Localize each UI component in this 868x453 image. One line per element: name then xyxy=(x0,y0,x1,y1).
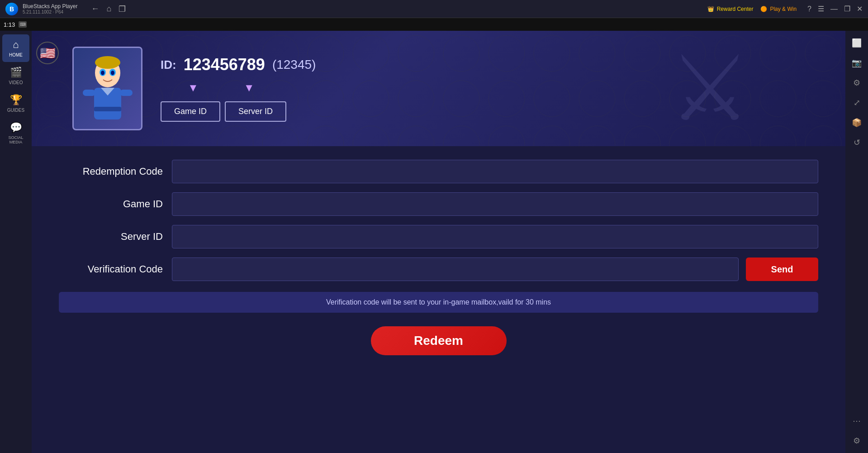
redeem-button[interactable]: Redeem xyxy=(371,326,507,355)
close-button[interactable]: ✕ xyxy=(857,5,863,13)
server-number: (12345) xyxy=(272,57,316,72)
more-icon[interactable]: ⋯ xyxy=(848,412,865,429)
reward-center-label: Reward Center xyxy=(717,6,754,12)
flag-emoji: 🇺🇸 xyxy=(40,46,56,61)
verification-code-row: Verification Code Send xyxy=(59,257,818,281)
id-label: ID: xyxy=(161,58,176,72)
sidebar-home-label: HOME xyxy=(9,52,23,57)
left-sidebar: ⌂ HOME 🎬 VIDEO 🏆 GUIDES 💬 SOCIALMEDIA xyxy=(0,31,32,453)
home-nav-button[interactable]: ⌂ xyxy=(106,4,111,14)
right-sidebar: ⬜ 📷 ⚙ ⤢ 📦 ↺ ⋯ ⚙ xyxy=(845,31,868,453)
server-id-label: Server ID xyxy=(59,231,163,243)
arrows-row: ▼ ▼ xyxy=(161,81,316,94)
player-id-row: ID: 123456789 (12345) xyxy=(161,55,316,74)
svg-rect-8 xyxy=(120,90,133,96)
info-banner: Verification code will be sent to your i… xyxy=(59,292,818,313)
sidebar-social-label: SOCIALMEDIA xyxy=(8,135,23,144)
video-icon: 🎬 xyxy=(10,67,22,78)
game-area: ⚔ 🇺🇸 xyxy=(32,31,845,453)
redemption-code-label: Redemption Code xyxy=(59,166,163,177)
verification-input-group: Send xyxy=(172,257,818,281)
verification-code-input[interactable] xyxy=(172,257,739,281)
menu-button[interactable]: ☰ xyxy=(818,5,824,13)
bottom-settings-icon[interactable]: ⚙ xyxy=(848,432,865,449)
main-layout: ⌂ HOME 🎬 VIDEO 🏆 GUIDES 💬 SOCIALMEDIA ⚔ … xyxy=(0,31,868,453)
sidebar-item-social[interactable]: 💬 SOCIALMEDIA xyxy=(2,117,29,149)
play-win-label: Play & Win xyxy=(770,6,797,12)
game-id-input[interactable] xyxy=(172,192,818,216)
title-nav: ← ⌂ ❐ xyxy=(91,4,126,14)
guides-icon: 🏆 xyxy=(10,94,22,106)
svg-rect-9 xyxy=(94,107,121,111)
resize-icon[interactable]: ⤢ xyxy=(848,94,865,111)
server-id-row: Server ID xyxy=(59,225,818,248)
redemption-code-row: Redemption Code xyxy=(59,160,818,183)
settings-icon[interactable]: ⚙ xyxy=(848,74,865,91)
character-svg xyxy=(78,52,137,125)
timer-display: 1:13 xyxy=(4,21,15,28)
server-id-arrow: ▼ xyxy=(244,81,255,94)
id-buttons-row: Game ID Server ID xyxy=(161,101,316,122)
screen-icon[interactable]: ⬜ xyxy=(848,34,865,52)
maximize-button[interactable]: ❐ xyxy=(844,5,850,13)
character-portrait xyxy=(72,47,142,130)
camera-icon[interactable]: 📷 xyxy=(848,54,865,72)
crown-icon: 👑 xyxy=(707,6,714,12)
svg-point-1 xyxy=(95,56,120,69)
app-title: BlueStacks App Player xyxy=(23,3,77,10)
server-id-button[interactable]: Server ID xyxy=(225,101,286,122)
minimize-button[interactable]: — xyxy=(830,5,838,13)
sidebar-guides-label: GUIDES xyxy=(7,108,24,113)
game-id-label: Game ID xyxy=(59,198,163,210)
title-bar: B BlueStacks App Player 5.21.111.1002 · … xyxy=(0,0,868,18)
keyboard-icon: ⌨ xyxy=(19,21,27,28)
app-logo: B xyxy=(5,3,18,15)
app-version: 5.21.111.1002 · P64 xyxy=(23,10,77,14)
form-section: Redemption Code Game ID Server ID Verifi… xyxy=(32,146,845,453)
player-id-number: 123456789 xyxy=(184,55,265,74)
verification-code-label: Verification Code xyxy=(59,263,163,275)
server-id-input[interactable] xyxy=(172,225,818,248)
window-button[interactable]: ❐ xyxy=(119,4,126,14)
coin-icon: 🟠 xyxy=(760,6,767,12)
back-button[interactable]: ← xyxy=(91,4,99,14)
timer-bar: 1:13 ⌨ xyxy=(0,18,868,31)
redemption-code-input[interactable] xyxy=(172,160,818,183)
app-name-group: BlueStacks App Player 5.21.111.1002 · P6… xyxy=(23,3,77,14)
apk-icon[interactable]: 📦 xyxy=(848,114,865,131)
flag-icon: 🇺🇸 xyxy=(36,42,59,64)
reward-center[interactable]: 👑 Reward Center xyxy=(707,6,754,12)
social-icon: 💬 xyxy=(10,122,22,134)
sidebar-item-video[interactable]: 🎬 VIDEO xyxy=(2,62,29,90)
svg-rect-7 xyxy=(83,90,95,96)
game-id-row: Game ID xyxy=(59,192,818,216)
svg-point-4 xyxy=(101,71,104,75)
game-id-arrow: ▼ xyxy=(188,81,199,94)
refresh-icon[interactable]: ↺ xyxy=(848,134,865,151)
hero-info: ID: 123456789 (12345) ▼ ▼ Game ID Server… xyxy=(161,55,316,122)
home-icon: ⌂ xyxy=(13,39,19,51)
sidebar-item-guides[interactable]: 🏆 GUIDES xyxy=(2,90,29,117)
game-id-button[interactable]: Game ID xyxy=(161,101,220,122)
send-button[interactable]: Send xyxy=(746,257,818,281)
sidebar-item-home[interactable]: ⌂ HOME xyxy=(2,34,29,62)
portrait-frame xyxy=(72,47,142,130)
app-info: B BlueStacks App Player 5.21.111.1002 · … xyxy=(5,3,126,15)
window-controls: ? ☰ — ❐ ✕ xyxy=(807,5,863,13)
sidebar-video-label: VIDEO xyxy=(9,80,23,85)
svg-point-5 xyxy=(111,71,114,75)
play-win[interactable]: 🟠 Play & Win xyxy=(760,6,797,12)
title-bar-right: 👑 Reward Center 🟠 Play & Win ? ☰ — ❐ ✕ xyxy=(707,5,863,13)
hero-section: ⚔ 🇺🇸 xyxy=(32,31,845,146)
bg-decoration: ⚔ xyxy=(619,31,800,146)
help-button[interactable]: ? xyxy=(807,5,811,13)
